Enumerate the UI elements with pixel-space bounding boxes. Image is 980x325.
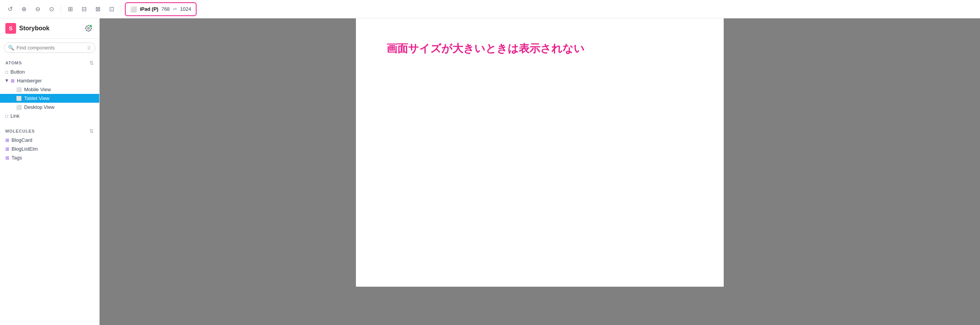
- tree-item-label: Button: [10, 69, 25, 75]
- tree-item-label: Link: [10, 113, 20, 119]
- molecules-section-header: MOLECULES ⇅: [0, 125, 99, 136]
- toolbar-divider-1: [61, 5, 61, 14]
- sidebar: S Storybook 🔍 / ATOMS ⇅ □: [0, 18, 100, 325]
- tree-item-label: Tags: [11, 155, 22, 161]
- molecules-title: MOLECULES: [5, 129, 35, 133]
- tree-item-label: Tablet View: [24, 95, 49, 101]
- view-frame-button[interactable]: ⊠: [92, 4, 103, 15]
- tree-item-hamberger[interactable]: ▶ ⊞ Hamberger: [0, 76, 99, 85]
- zoom-reset-button[interactable]: ⊙: [46, 4, 57, 15]
- toolbar: ↺ ⊕ ⊖ ⊙ ⊞ ⊟ ⊠ ⊡ ⬜ iPad (P) 768 ⇌ 1024: [0, 0, 980, 18]
- component-grid-icon: ⊞: [5, 155, 9, 161]
- component-grid-icon: ⊞: [11, 78, 15, 84]
- tree-item-tablet-view[interactable]: ⬜ Tablet View: [0, 94, 99, 103]
- search-input[interactable]: [16, 45, 85, 51]
- story-icon: ⬜: [16, 105, 22, 110]
- viewport-height: 1024: [180, 6, 191, 12]
- atoms-toggle[interactable]: ⇅: [89, 60, 94, 66]
- atoms-section-header: ATOMS ⇅: [0, 57, 99, 67]
- view-split-button[interactable]: ⊟: [79, 4, 89, 15]
- tree-item-mobile-view[interactable]: ⬜ Mobile View: [0, 85, 99, 94]
- logo-area: S Storybook: [5, 23, 49, 34]
- folder-icon: □: [5, 69, 8, 75]
- canvas-scroll-area: 画面サイズが大きいときは表示されない: [100, 18, 980, 325]
- molecules-toggle[interactable]: ⇅: [89, 128, 94, 134]
- sidebar-header: S Storybook: [0, 18, 99, 39]
- tree-item-label: BlogCard: [11, 137, 32, 143]
- search-icon: 🔍: [8, 45, 14, 51]
- viewport-selector[interactable]: ⬜ iPad (P) 768 ⇌ 1024: [125, 2, 197, 16]
- toolbar-divider-2: [121, 5, 121, 14]
- zoom-in-button[interactable]: ⊕: [18, 4, 29, 15]
- component-grid-icon: ⊞: [5, 138, 9, 143]
- atoms-title: ATOMS: [5, 61, 22, 65]
- tree-item-label: Hamberger: [17, 78, 42, 84]
- story-main-text: 画面サイズが大きいときは表示されない: [387, 41, 693, 56]
- story-icon: ⬜: [16, 87, 22, 92]
- search-bar[interactable]: 🔍 /: [4, 43, 95, 53]
- section-spacer: [0, 120, 99, 125]
- tree-item-label: BlogListElm: [11, 146, 38, 152]
- story-icon: ⬜: [16, 96, 22, 101]
- search-shortcut: /: [87, 45, 91, 51]
- chevron-down-icon: ▶: [5, 79, 9, 82]
- tree-item-desktop-view[interactable]: ⬜ Desktop View: [0, 103, 99, 112]
- zoom-out-button[interactable]: ⊖: [32, 4, 43, 15]
- settings-notification-dot: [89, 25, 92, 28]
- tree-item-label: Mobile View: [24, 87, 51, 92]
- tree-item-blogcard[interactable]: ⊞ BlogCard: [0, 136, 99, 144]
- viewport-width: 768: [161, 6, 170, 12]
- component-grid-icon: ⊞: [5, 146, 9, 152]
- canvas-area: 画面サイズが大きいときは表示されない: [100, 18, 980, 325]
- story-frame: 画面サイズが大きいときは表示されない: [356, 18, 724, 287]
- folder-icon: □: [5, 113, 8, 119]
- tree-item-button[interactable]: □ Button: [0, 67, 99, 76]
- app-title: Storybook: [19, 25, 49, 32]
- story-content: 画面サイズが大きいときは表示されない: [356, 18, 724, 79]
- viewport-label: iPad (P): [140, 6, 158, 12]
- main-layout: S Storybook 🔍 / ATOMS ⇅ □: [0, 18, 980, 325]
- tree-item-link[interactable]: □ Link: [0, 112, 99, 120]
- view-crop-button[interactable]: ⊡: [106, 4, 117, 15]
- settings-button[interactable]: [83, 23, 94, 34]
- tree-item-tags[interactable]: ⊞ Tags: [0, 153, 99, 162]
- refresh-button[interactable]: ↺: [5, 4, 15, 15]
- tree-item-bloglistelm[interactable]: ⊞ BlogListElm: [0, 144, 99, 153]
- viewport-separator: ⇌: [173, 6, 177, 12]
- storybook-logo-icon: S: [5, 23, 16, 34]
- svg-point-0: [88, 28, 90, 30]
- view-grid-button[interactable]: ⊞: [65, 4, 75, 15]
- tree-item-label: Desktop View: [24, 104, 54, 110]
- viewport-device-icon: ⬜: [130, 6, 137, 12]
